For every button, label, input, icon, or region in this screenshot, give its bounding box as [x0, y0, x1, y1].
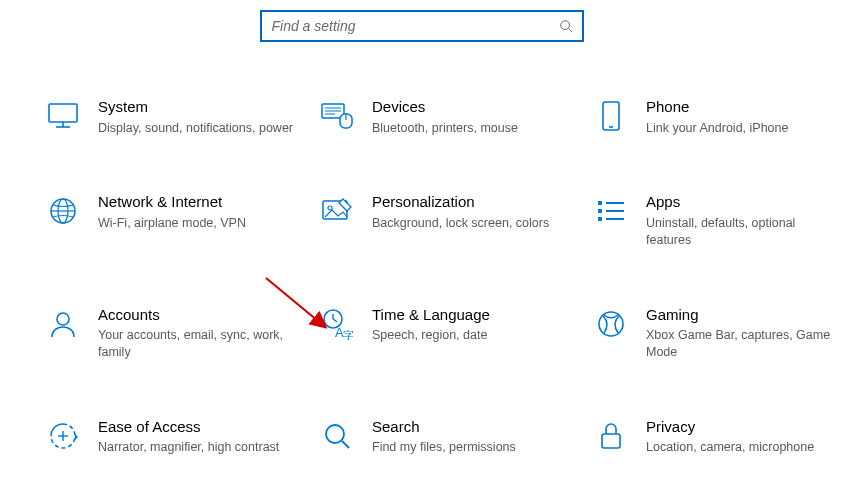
tile-system[interactable]: System Display, sound, notifications, po…	[46, 97, 306, 136]
svg-line-1	[568, 29, 572, 33]
tile-search[interactable]: Search Find my files, permissions	[320, 417, 580, 456]
tile-title: Ease of Access	[98, 417, 279, 437]
svg-rect-19	[598, 209, 602, 213]
tile-title: Phone	[646, 97, 788, 117]
tile-desc: Your accounts, email, sync, work, family	[98, 327, 296, 361]
tile-desc: Link your Android, iPhone	[646, 120, 788, 137]
ease-of-access-icon	[46, 419, 80, 453]
tile-time-language[interactable]: A 字 Time & Language Speech, region, date	[320, 305, 580, 361]
svg-rect-36	[602, 434, 620, 448]
tile-desc: Xbox Game Bar, captures, Game Mode	[646, 327, 843, 361]
tile-desc: Speech, region, date	[372, 327, 490, 344]
tile-ease-of-access[interactable]: Ease of Access Narrator, magnifier, high…	[46, 417, 306, 456]
svg-point-24	[57, 313, 69, 325]
tile-desc: Display, sound, notifications, power	[98, 120, 293, 137]
tile-title: Accounts	[98, 305, 296, 325]
svg-point-30	[599, 312, 623, 336]
tile-title: Search	[372, 417, 516, 437]
tile-apps[interactable]: Apps Uninstall, defaults, optional featu…	[594, 192, 843, 248]
tile-desc: Narrator, magnifier, high contrast	[98, 439, 279, 456]
svg-rect-2	[49, 104, 77, 122]
tile-title: Gaming	[646, 305, 843, 325]
svg-marker-31	[75, 434, 78, 440]
svg-point-0	[560, 21, 569, 30]
svg-rect-18	[598, 201, 602, 205]
system-icon	[46, 99, 80, 133]
svg-rect-20	[598, 217, 602, 221]
tile-title: System	[98, 97, 293, 117]
accounts-icon	[46, 307, 80, 341]
tile-personalization[interactable]: Personalization Background, lock screen,…	[320, 192, 580, 248]
tile-title: Network & Internet	[98, 192, 246, 212]
search-icon	[558, 18, 574, 34]
tile-desc: Wi-Fi, airplane mode, VPN	[98, 215, 246, 232]
svg-line-35	[342, 441, 349, 448]
tile-title: Devices	[372, 97, 518, 117]
tile-desc: Find my files, permissions	[372, 439, 516, 456]
svg-line-27	[333, 319, 337, 322]
tile-devices[interactable]: Devices Bluetooth, printers, mouse	[320, 97, 580, 136]
svg-point-17	[328, 206, 332, 210]
personalization-icon	[320, 194, 354, 228]
svg-text:字: 字	[343, 329, 353, 340]
lock-icon	[594, 419, 628, 453]
tile-title: Time & Language	[372, 305, 490, 325]
tile-desc: Bluetooth, printers, mouse	[372, 120, 518, 137]
globe-icon	[46, 194, 80, 228]
tile-title: Personalization	[372, 192, 549, 212]
tile-phone[interactable]: Phone Link your Android, iPhone	[594, 97, 843, 136]
tile-title: Privacy	[646, 417, 814, 437]
magnify-icon	[320, 419, 354, 453]
time-language-icon: A 字	[320, 307, 354, 341]
tile-desc: Location, camera, microphone	[646, 439, 814, 456]
apps-icon	[594, 194, 628, 228]
tile-desc: Background, lock screen, colors	[372, 215, 549, 232]
phone-icon	[594, 99, 628, 133]
svg-point-34	[326, 425, 344, 443]
devices-icon	[320, 99, 354, 133]
tile-network[interactable]: Network & Internet Wi-Fi, airplane mode,…	[46, 192, 306, 248]
tile-gaming[interactable]: Gaming Xbox Game Bar, captures, Game Mod…	[594, 305, 843, 361]
svg-rect-11	[603, 102, 619, 130]
tile-title: Apps	[646, 192, 843, 212]
gaming-icon	[594, 307, 628, 341]
search-box[interactable]	[260, 10, 584, 42]
tile-privacy[interactable]: Privacy Location, camera, microphone	[594, 417, 843, 456]
tile-accounts[interactable]: Accounts Your accounts, email, sync, wor…	[46, 305, 306, 361]
search-input[interactable]	[270, 17, 558, 35]
tile-desc: Uninstall, defaults, optional features	[646, 215, 843, 249]
